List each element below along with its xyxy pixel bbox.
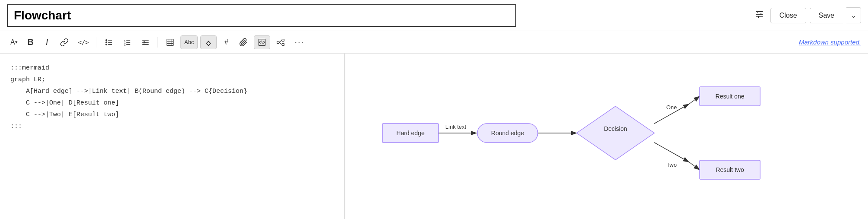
svg-rect-24 bbox=[167, 39, 173, 45]
edge-decision-one-2 bbox=[689, 96, 700, 104]
toolbar: A▾ B I </> 1.2.3. Abc # ··· Markdown sup… bbox=[0, 31, 868, 54]
editor-content[interactable]: :::mermaid graph LR; A[Hard edge] -->|Li… bbox=[10, 62, 334, 132]
one-label: One bbox=[666, 104, 677, 111]
edge-decision-two-2 bbox=[689, 162, 700, 170]
main-content: :::mermaid graph LR; A[Hard edge] -->|Li… bbox=[0, 54, 868, 219]
markdown-supported-link[interactable]: Markdown supported. bbox=[799, 38, 861, 46]
header: Close Save ⌄ bbox=[0, 0, 868, 31]
table-button[interactable] bbox=[162, 35, 178, 49]
result-one-label: Result one bbox=[715, 93, 744, 100]
link-button[interactable] bbox=[57, 35, 72, 49]
round-edge-label: Round edge bbox=[491, 130, 524, 136]
svg-rect-31 bbox=[277, 41, 279, 43]
svg-line-30 bbox=[262, 40, 263, 44]
svg-text:3.: 3. bbox=[124, 43, 126, 46]
text-button[interactable]: Abc bbox=[180, 35, 198, 49]
svg-line-34 bbox=[279, 40, 282, 42]
result-two-label: Result two bbox=[716, 166, 744, 173]
close-button[interactable]: Close bbox=[770, 8, 806, 23]
bold-button[interactable]: B bbox=[24, 35, 38, 49]
unordered-list-button[interactable] bbox=[101, 35, 117, 49]
divider-1 bbox=[97, 37, 97, 48]
divider-2 bbox=[158, 37, 158, 48]
decision-label-1: Decision bbox=[604, 125, 627, 132]
attach-button[interactable] bbox=[236, 35, 251, 49]
heading-button[interactable]: # bbox=[219, 35, 233, 49]
hard-edge-label: Hard edge bbox=[396, 130, 425, 136]
ordered-list-button[interactable]: 1.2.3. bbox=[120, 35, 135, 49]
two-label: Two bbox=[666, 162, 677, 168]
editor-pane[interactable]: :::mermaid graph LR; A[Hard edge] -->|Li… bbox=[0, 54, 345, 219]
title-input[interactable] bbox=[7, 4, 516, 27]
decision-node bbox=[577, 106, 654, 160]
svg-rect-32 bbox=[282, 39, 284, 41]
flowchart-svg: Hard edge Link text Round edge Decision … bbox=[369, 63, 844, 210]
indent-button[interactable] bbox=[138, 35, 153, 49]
header-actions: Close Save ⌄ bbox=[751, 6, 861, 24]
code-block-button[interactable] bbox=[254, 35, 270, 49]
diagram-button[interactable] bbox=[273, 35, 288, 49]
svg-line-35 bbox=[279, 42, 282, 44]
save-chevron-button[interactable]: ⌄ bbox=[846, 7, 861, 23]
edge-decision-two bbox=[654, 143, 689, 162]
svg-point-13 bbox=[106, 41, 107, 43]
svg-rect-33 bbox=[282, 43, 284, 45]
preview-pane: Hard edge Link text Round edge Decision … bbox=[345, 54, 868, 219]
more-button[interactable]: ··· bbox=[291, 35, 308, 49]
brush-button[interactable]: A▾ bbox=[7, 35, 21, 49]
updown-button[interactable] bbox=[200, 35, 217, 49]
settings-icon-button[interactable] bbox=[751, 6, 767, 24]
code-inline-button[interactable]: </> bbox=[75, 35, 92, 49]
svg-point-12 bbox=[106, 39, 107, 41]
link-text-label: Link text bbox=[445, 124, 466, 130]
svg-point-14 bbox=[106, 44, 107, 45]
italic-button[interactable]: I bbox=[40, 35, 54, 49]
save-button[interactable]: Save bbox=[810, 8, 843, 23]
